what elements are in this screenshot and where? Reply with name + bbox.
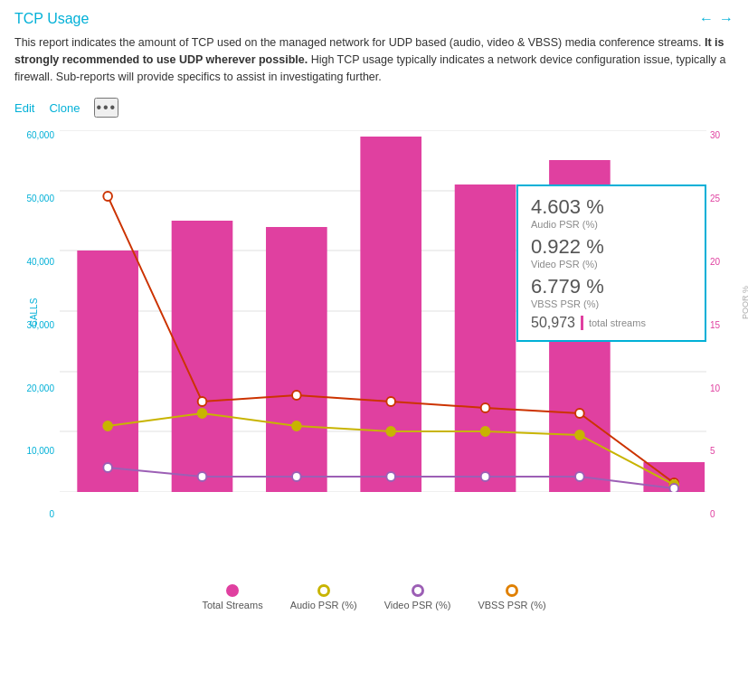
tooltip-audio-psr: 4.603 % Audio PSR (%)	[531, 195, 692, 230]
vbss-psr-dot-6	[575, 472, 584, 481]
tooltip-box: 4.603 % Audio PSR (%) 0.922 % Video PSR …	[516, 184, 706, 342]
audio-psr-dot-5	[481, 403, 490, 412]
bar-2018-02	[77, 251, 138, 492]
legend-dot-vbss-psr	[506, 584, 518, 597]
legend-label-vbss-psr: VBSS PSR (%)	[478, 600, 545, 610]
tooltip-audio-psr-value: 4.603 %	[531, 195, 692, 219]
vbss-psr-dot-2	[198, 472, 207, 481]
nav-forward-arrow[interactable]: →	[719, 11, 734, 27]
video-psr-dot-4	[386, 427, 395, 436]
audio-psr-dot-1	[103, 192, 112, 201]
toolbar: Edit Clone •••	[14, 98, 734, 118]
vbss-psr-dot-1	[103, 463, 112, 472]
tooltip-video-psr-label: Video PSR (%)	[531, 259, 692, 270]
page-title: TCP Usage	[14, 11, 89, 27]
clone-button[interactable]: Clone	[49, 101, 80, 115]
audio-psr-dot-2	[198, 397, 207, 406]
vbss-psr-dot-7	[669, 484, 678, 492]
vbss-psr-dot-3	[292, 472, 301, 481]
nav-arrows: ← →	[699, 11, 734, 27]
header-row: TCP Usage ← →	[14, 11, 734, 27]
legend-dot-total-streams	[226, 584, 239, 597]
main-container: TCP Usage ← → This report indicates the …	[0, 0, 748, 620]
edit-button[interactable]: Edit	[14, 101, 34, 115]
audio-psr-dot-6	[575, 409, 584, 418]
audio-psr-dot-3	[292, 391, 301, 400]
video-psr-dot-3	[292, 421, 301, 430]
nav-back-arrow[interactable]: ←	[699, 11, 714, 27]
video-psr-dot-6	[575, 430, 584, 440]
legend-item-total-streams: Total Streams	[202, 584, 262, 610]
audio-psr-dot-4	[386, 397, 395, 406]
legend-dot-video-psr	[412, 584, 424, 597]
tooltip-streams-bar-icon	[581, 316, 583, 330]
tooltip-vbss-psr-value: 6.779 %	[531, 275, 692, 298]
bar-2018-05	[360, 137, 421, 492]
video-psr-dot-1	[103, 421, 112, 430]
tooltip-video-psr: 0.922 % Video PSR (%)	[531, 235, 692, 270]
vbss-psr-dot-5	[481, 472, 490, 481]
legend-item-audio-psr: Audio PSR (%)	[290, 584, 357, 610]
description: This report indicates the amount of TCP …	[14, 34, 734, 85]
video-psr-dot-2	[198, 409, 207, 418]
description-text1: This report indicates the amount of TCP …	[14, 36, 705, 49]
tooltip-streams-label: total streams	[589, 317, 646, 328]
legend: Total Streams Audio PSR (%) Video PSR (%…	[14, 581, 734, 610]
bar-2018-06	[455, 184, 516, 492]
legend-label-audio-psr: Audio PSR (%)	[290, 600, 357, 610]
tooltip-streams-row: 50,973 total streams	[531, 315, 692, 331]
more-options-button[interactable]: •••	[94, 98, 118, 118]
legend-item-vbss-psr: VBSS PSR (%)	[478, 584, 545, 610]
vbss-psr-dot-4	[386, 472, 395, 481]
bar-2018-04	[266, 227, 327, 492]
y-axis-left: 0 10,000 20,000 30,000 40,000 50,000 60,…	[14, 130, 58, 519]
legend-item-video-psr: Video PSR (%)	[384, 584, 451, 610]
tooltip-video-psr-value: 0.922 %	[531, 235, 692, 259]
tooltip-streams-value: 50,973	[531, 315, 575, 331]
legend-label-video-psr: Video PSR (%)	[384, 600, 451, 610]
video-psr-dot-5	[481, 427, 490, 436]
tooltip-vbss-psr: 6.779 % VBSS PSR (%)	[531, 275, 692, 309]
legend-label-total-streams: Total Streams	[202, 600, 262, 610]
y-axis-right-title: POOR %	[741, 286, 748, 319]
chart-area: CALLS 0 10,000 20,000 30,000 40,000 50,0…	[14, 130, 734, 573]
legend-dot-audio-psr	[317, 584, 330, 597]
tooltip-vbss-psr-label: VBSS PSR (%)	[531, 298, 692, 309]
y-axis-right: 0 5 10 15 20 25 30	[706, 130, 734, 519]
tooltip-audio-psr-label: Audio PSR (%)	[531, 219, 692, 230]
